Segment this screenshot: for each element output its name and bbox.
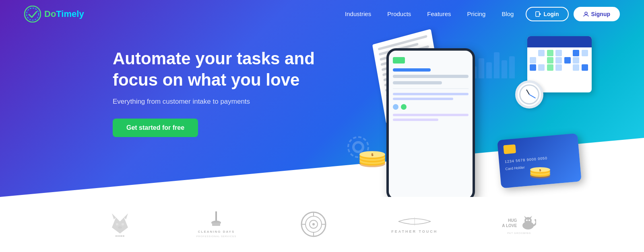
hero-illustration: 1234 5678 9000 0050 Card Holder — [338, 12, 604, 197]
phone-bar-1 — [393, 68, 431, 72]
logo-compass — [301, 211, 327, 238]
phone-green-btn — [393, 57, 405, 64]
cal-9 — [538, 57, 545, 64]
calendar-header — [527, 36, 592, 47]
bar-2 — [479, 58, 484, 78]
nav-link-blog[interactable]: Blog — [502, 10, 514, 17]
svg-point-0 — [25, 6, 41, 22]
logos-section: ●●●●● CLEANING DAYS PROFESSIONAL SERVICE… — [0, 197, 644, 252]
svg-point-1 — [27, 8, 39, 20]
dot-2 — [401, 104, 407, 110]
cta-button[interactable]: Get started for free — [113, 119, 198, 137]
phone-bar-4 — [393, 93, 469, 95]
cal-14 — [582, 57, 588, 64]
nav-link-industries[interactable]: Industries — [345, 10, 371, 17]
nav-item-products[interactable]: Products — [387, 10, 411, 18]
signup-button[interactable]: Signup — [574, 7, 620, 21]
logo[interactable]: DoTimely — [24, 6, 84, 23]
cal-19 — [564, 64, 571, 71]
cleaning-days-container: CLEANING DAYS PROFESSIONAL SERVICES — [196, 211, 236, 238]
hug-a-love-text-left: HUG A LOVE — [502, 218, 517, 228]
nav-link-pricing[interactable]: Pricing — [467, 10, 486, 17]
nav-item-industries[interactable]: Industries — [345, 10, 371, 18]
cal-7 — [582, 50, 588, 56]
cal-16 — [538, 64, 545, 71]
clock-face — [519, 84, 539, 104]
cal-18 — [555, 64, 562, 71]
cal-1 — [530, 50, 536, 56]
cal-5 — [564, 50, 571, 56]
svg-rect-2 — [536, 12, 539, 16]
logo-feather-touch: FEATHER TOUCH — [391, 216, 438, 234]
svg-point-26 — [122, 223, 124, 225]
phone-bar-3 — [393, 81, 442, 84]
feather-touch-label: FEATHER TOUCH — [391, 229, 438, 234]
hug-a-love-sub: PET GROOMING — [507, 232, 531, 234]
svg-point-6 — [353, 142, 363, 152]
nav-item-features[interactable]: Features — [427, 10, 451, 18]
bar-5 — [502, 60, 507, 78]
svg-point-45 — [526, 219, 528, 221]
cleaning-days-sub: PROFESSIONAL SERVICES — [196, 235, 236, 238]
phone-bar-2 — [393, 75, 469, 78]
cal-3 — [547, 50, 553, 56]
hero-title: Automate your tasks and focus on what yo… — [113, 48, 322, 90]
svg-point-46 — [528, 219, 530, 221]
bar-chart-decoration — [471, 52, 515, 78]
logo-hug-a-love: HUG A LOVE — [502, 215, 536, 234]
cal-10 — [547, 57, 553, 64]
phone-bar-6 — [393, 114, 469, 116]
hug-line-2: A LOVE — [502, 223, 517, 228]
cal-20 — [573, 64, 579, 71]
cal-21 — [582, 64, 588, 71]
nav-item-blog[interactable]: Blog — [502, 10, 514, 18]
compass-icon — [301, 211, 327, 238]
clock-illustration — [515, 80, 543, 109]
nav-link-products[interactable]: Products — [387, 10, 411, 17]
cal-8 — [530, 57, 536, 64]
cal-17 — [547, 64, 553, 71]
phone-divider — [393, 88, 469, 89]
svg-marker-43 — [524, 216, 527, 218]
cal-12 — [564, 57, 571, 64]
card-chip — [503, 144, 516, 154]
svg-text:$: $ — [371, 153, 373, 157]
dot-1 — [393, 104, 398, 110]
clock-minute-hand — [529, 94, 536, 98]
hero-subtitle: Everything from customer intake to payme… — [113, 98, 322, 106]
svg-marker-24 — [124, 213, 128, 219]
svg-point-35 — [312, 223, 315, 225]
cal-2 — [538, 50, 545, 56]
feather-touch-icon — [396, 216, 433, 227]
calendar-grid — [527, 47, 592, 73]
coins-bottom-left: $ — [358, 151, 386, 169]
phone-bar-7 — [393, 119, 438, 121]
bar-4 — [494, 52, 500, 78]
nav-link-features[interactable]: Features — [427, 10, 451, 17]
svg-point-25 — [116, 223, 118, 225]
hug-a-love-row: HUG A LOVE — [502, 215, 536, 231]
bar-6 — [509, 56, 515, 78]
cal-4 — [555, 50, 562, 56]
svg-marker-23 — [112, 213, 116, 219]
nav-item-pricing[interactable]: Pricing — [467, 10, 486, 18]
coin-bottom-right: $ — [529, 167, 551, 181]
phone-illustration — [386, 48, 475, 197]
svg-marker-44 — [529, 216, 532, 218]
hug-line-1: HUG — [502, 218, 517, 223]
svg-marker-22 — [112, 217, 128, 234]
login-button[interactable]: Login — [526, 7, 568, 21]
nav-buttons: Login Signup — [526, 7, 620, 21]
cleaning-days-label: CLEANING DAYS — [198, 230, 235, 234]
svg-text:●●●●●: ●●●●● — [115, 234, 125, 237]
cal-6 — [573, 50, 579, 56]
cal-15 — [530, 64, 536, 71]
signup-icon — [583, 11, 589, 17]
phone-dots — [393, 104, 469, 110]
cleaning-icon — [210, 211, 222, 228]
hug-a-love-container: HUG A LOVE — [502, 215, 536, 234]
logo-dog-brand: ●●●●● — [108, 211, 132, 238]
hero-content: Automate your tasks and focus on what yo… — [113, 48, 322, 137]
phone-bar-5 — [393, 98, 453, 100]
nav-links: Industries Products Features Pricing Blo… — [345, 10, 514, 18]
